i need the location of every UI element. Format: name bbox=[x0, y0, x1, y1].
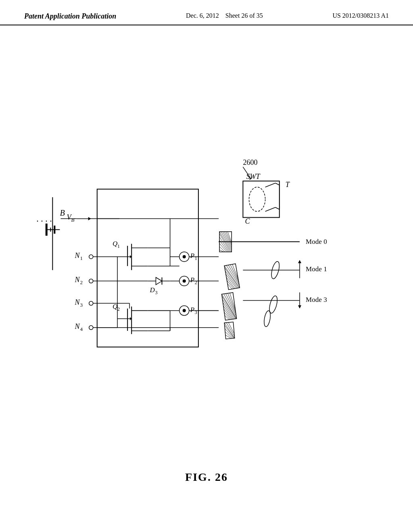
svg-line-104 bbox=[226, 232, 232, 244]
svg-text:4: 4 bbox=[80, 326, 83, 332]
svg-text:2: 2 bbox=[80, 279, 83, 285]
svg-text:Q: Q bbox=[113, 303, 117, 310]
svg-text:3: 3 bbox=[195, 310, 197, 315]
sheet-number: Sheet 26 of 35 bbox=[225, 12, 263, 19]
svg-line-117 bbox=[232, 264, 238, 279]
svg-text:1: 1 bbox=[195, 256, 197, 261]
svg-text:N: N bbox=[75, 251, 80, 260]
core-label: C bbox=[245, 217, 250, 225]
transformer-box bbox=[243, 181, 279, 217]
svg-text:P: P bbox=[190, 252, 194, 260]
svg-text:2: 2 bbox=[117, 306, 120, 312]
svg-line-95 bbox=[275, 207, 280, 209]
circuit-box bbox=[97, 189, 198, 347]
publication-title: Patent Application Publication bbox=[24, 12, 116, 21]
svg-line-107 bbox=[219, 237, 229, 252]
svg-text:3: 3 bbox=[155, 290, 157, 295]
svg-text:N: N bbox=[75, 276, 80, 284]
mode-3-label: Mode 3 bbox=[306, 296, 327, 303]
svg-text:N: N bbox=[75, 322, 80, 330]
svg-text:N: N bbox=[75, 298, 80, 306]
svg-text:3: 3 bbox=[80, 302, 83, 308]
svg-text:P: P bbox=[190, 306, 194, 314]
page-header: Patent Application Publication Dec. 6, 2… bbox=[0, 0, 413, 25]
patent-number: US 2012/0308213 A1 bbox=[332, 12, 389, 19]
svg-point-145 bbox=[263, 310, 271, 327]
svg-text:1: 1 bbox=[80, 255, 83, 261]
svg-line-136 bbox=[230, 293, 236, 310]
svg-line-91 bbox=[265, 183, 275, 187]
svg-text:P: P bbox=[190, 276, 194, 284]
svg-point-74 bbox=[183, 309, 186, 312]
svg-line-105 bbox=[227, 232, 232, 243]
swt-label: SWT bbox=[246, 172, 261, 181]
circuit-diagram-svg: . . . . B V B N 1 N 2 N 3 bbox=[24, 56, 389, 451]
battery-label: B bbox=[60, 208, 65, 217]
svg-text:2: 2 bbox=[195, 280, 197, 285]
svg-line-119 bbox=[225, 269, 238, 290]
svg-marker-59 bbox=[156, 277, 162, 285]
svg-line-150 bbox=[225, 324, 234, 339]
svg-line-92 bbox=[265, 207, 275, 211]
svg-text:B: B bbox=[71, 217, 75, 223]
svg-point-15 bbox=[89, 255, 93, 259]
diagram-number: 2600 bbox=[243, 158, 257, 166]
svg-line-152 bbox=[225, 331, 232, 339]
svg-marker-127 bbox=[298, 260, 301, 263]
svg-point-67 bbox=[183, 279, 186, 283]
date-sheet: Dec. 6, 2012 Sheet 26 of 35 bbox=[186, 12, 263, 19]
svg-text:. . . .: . . . . bbox=[36, 214, 52, 224]
svg-marker-130 bbox=[298, 305, 301, 309]
svg-text:D: D bbox=[149, 286, 155, 294]
svg-point-19 bbox=[89, 279, 93, 283]
figure-label: FIG. 26 bbox=[185, 471, 228, 484]
transformer-label: T bbox=[286, 181, 290, 189]
svg-point-23 bbox=[89, 301, 93, 305]
svg-point-27 bbox=[89, 326, 93, 330]
svg-line-93 bbox=[275, 183, 280, 185]
publication-date: Dec. 6, 2012 bbox=[186, 12, 219, 19]
svg-point-90 bbox=[249, 187, 265, 211]
mode-0-label: Mode 0 bbox=[306, 238, 327, 245]
mode-1-label: Mode 1 bbox=[306, 265, 327, 273]
svg-point-42 bbox=[183, 255, 186, 258]
svg-text:1: 1 bbox=[117, 243, 120, 249]
diagram-area: . . . . B V B N 1 N 2 N 3 bbox=[24, 56, 389, 451]
svg-text:Q: Q bbox=[113, 240, 117, 247]
